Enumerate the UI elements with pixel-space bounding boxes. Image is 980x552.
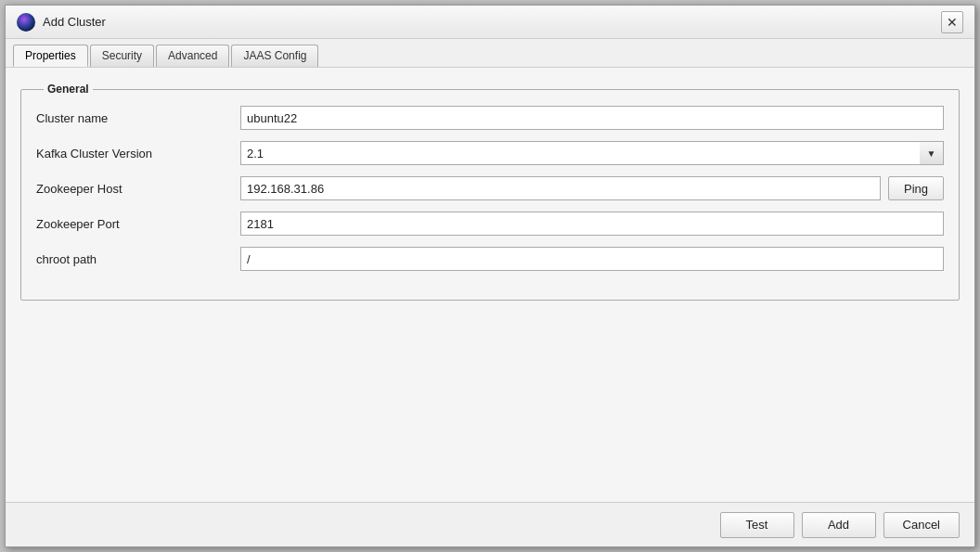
kafka-version-row: Kafka Cluster Version 0.9 0.10 0.11 1.0 … <box>36 140 944 166</box>
title-bar: Add Cluster ✕ <box>6 6 974 39</box>
add-cluster-dialog: Add Cluster ✕ Properties Security Advanc… <box>5 5 975 547</box>
chroot-path-input[interactable] <box>240 247 944 271</box>
kafka-version-select-wrapper: 0.9 0.10 0.11 1.0 1.1 2.0 2.1 2.2 2.3 2.… <box>240 141 944 165</box>
tab-security[interactable]: Security <box>90 45 154 67</box>
kafka-version-select[interactable]: 0.9 0.10 0.11 1.0 1.1 2.0 2.1 2.2 2.3 2.… <box>240 141 944 165</box>
cluster-name-input[interactable] <box>240 106 944 130</box>
kafka-version-label: Kafka Cluster Version <box>36 147 240 160</box>
tab-advanced[interactable]: Advanced <box>156 45 229 67</box>
add-button[interactable]: Add <box>802 512 876 538</box>
dialog-title: Add Cluster <box>43 15 106 29</box>
zookeeper-port-input[interactable] <box>240 212 944 236</box>
ping-button[interactable]: Ping <box>888 176 944 200</box>
general-fieldset: General Cluster name Kafka Cluster Versi… <box>20 83 960 301</box>
zookeeper-host-label: Zookeeper Host <box>36 182 240 196</box>
test-button[interactable]: Test <box>720 512 794 538</box>
app-icon <box>17 13 35 32</box>
tab-properties[interactable]: Properties <box>13 45 88 67</box>
cluster-name-row: Cluster name <box>36 105 944 131</box>
cluster-name-label: Cluster name <box>36 111 240 125</box>
zookeeper-port-row: Zookeeper Port <box>36 211 944 237</box>
footer: Test Add Cancel <box>6 502 974 546</box>
cancel-button[interactable]: Cancel <box>883 512 960 538</box>
title-bar-left: Add Cluster <box>17 13 106 32</box>
chroot-path-label: chroot path <box>36 252 240 266</box>
chroot-path-row: chroot path <box>36 246 944 272</box>
tab-bar: Properties Security Advanced JAAS Config <box>6 39 974 68</box>
zookeeper-host-input[interactable] <box>240 176 881 200</box>
content-area: General Cluster name Kafka Cluster Versi… <box>6 68 974 502</box>
zookeeper-port-label: Zookeeper Port <box>36 217 240 231</box>
zookeeper-host-row: Zookeeper Host Ping <box>36 175 944 201</box>
close-button[interactable]: ✕ <box>941 11 963 33</box>
general-legend: General <box>44 83 93 96</box>
tab-jaas-config[interactable]: JAAS Config <box>231 45 318 67</box>
zookeeper-host-input-group: Ping <box>240 176 944 200</box>
